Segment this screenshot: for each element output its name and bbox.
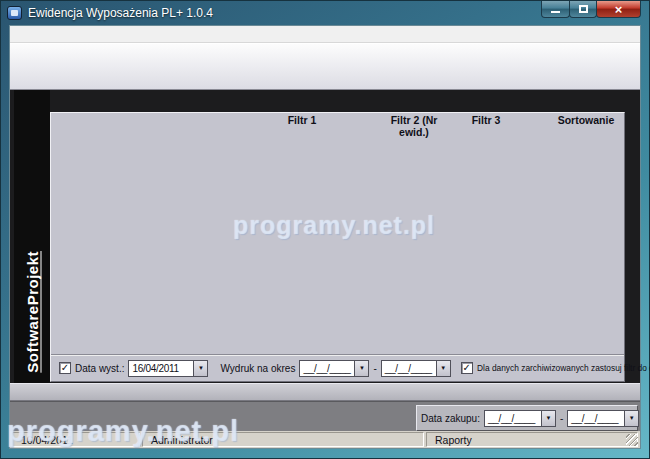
archive-filter-label: Dla danych zarchiwizowanych zastosuj fil… [477, 363, 650, 373]
page-footer-filters: ✓ Data wyst.: 16/04/2011 ▼ Wydruk na okr… [51, 354, 624, 381]
tab-strip [50, 95, 625, 112]
data-wyst-field[interactable]: 16/04/2011 ▼ [128, 360, 208, 377]
maximize-icon [579, 5, 588, 13]
chevron-down-icon[interactable]: ▼ [542, 410, 556, 427]
minimize-button[interactable] [541, 1, 570, 18]
brand-sidebar: SoftwareProjekt [14, 90, 50, 383]
chevron-down-icon[interactable]: ▼ [437, 360, 451, 377]
column-headers: Filtr 1 Filtr 2 (Nr ewid.) Filtr 3 Sorto… [51, 113, 624, 128]
status-user: Administrator [142, 432, 424, 447]
work-area: SoftwareProjekt Filtr 1 Filtr 2 (Nr ewid… [10, 90, 640, 431]
app-icon [7, 6, 22, 20]
window-controls: × [542, 1, 641, 18]
close-icon: × [615, 2, 623, 17]
data-wyst-checkbox[interactable]: ✓ [59, 362, 71, 374]
title-bar[interactable]: Ewidencja Wyposażenia PL+ 1.0.4 programy… [1, 1, 649, 25]
status-bar: 16/04/2011 Administrator Raporty [10, 431, 640, 448]
wydruk-to-field[interactable]: __/__/____ ▼ [381, 360, 451, 377]
wydruk-label: Wydruk na okres [220, 363, 295, 374]
chevron-down-icon[interactable]: ▼ [194, 360, 208, 377]
main-toolbar [10, 43, 640, 90]
brand-text: SoftwareProjekt [24, 251, 41, 373]
chevron-down-icon[interactable]: ▼ [355, 360, 369, 377]
column-header-filtr1: Filtr 1 [238, 114, 366, 126]
reports-tab-control: Filtr 1 Filtr 2 (Nr ewid.) Filtr 3 Sorto… [50, 95, 625, 382]
column-header-filtr2: Filtr 2 (Nr ewid.) [376, 114, 452, 138]
chevron-down-icon[interactable]: ▼ [625, 410, 639, 427]
data-zakupu-to-field[interactable]: __/__/____ ▼ [567, 410, 639, 427]
client-area: SoftwareProjekt Filtr 1 Filtr 2 (Nr ewid… [9, 25, 641, 449]
menu-bar [10, 26, 640, 43]
resize-grip[interactable] [626, 434, 638, 446]
data-zakupu-from-field[interactable]: __/__/____ ▼ [484, 410, 556, 427]
close-button[interactable]: × [596, 1, 641, 18]
data-zakupu-group: Data zakupu: __/__/____ ▼ - __/__/____ ▼ [416, 405, 638, 431]
maximize-button[interactable] [569, 1, 597, 18]
range-separator: - [560, 413, 563, 424]
data-wyst-label: Data wyst.: [75, 363, 124, 374]
window-title: Ewidencja Wyposażenia PL+ 1.0.4 [28, 6, 213, 20]
minimize-icon [551, 5, 560, 13]
status-date: 16/04/2011 [12, 432, 140, 447]
data-zakupu-label: Data zakupu: [421, 413, 480, 424]
lower-panel: Data zakupu: __/__/____ ▼ - __/__/____ ▼ [10, 401, 640, 431]
column-header-filtr3: Filtr 3 [445, 114, 527, 126]
status-module: Raporty [426, 432, 638, 447]
action-bar [10, 383, 640, 401]
column-header-sortowanie: Sortowanie [521, 114, 650, 126]
wydruk-from-field[interactable]: __/__/____ ▼ [299, 360, 369, 377]
app-window: Ewidencja Wyposażenia PL+ 1.0.4 programy… [0, 0, 650, 459]
report-rows [51, 128, 624, 354]
reports-page: Filtr 1 Filtr 2 (Nr ewid.) Filtr 3 Sorto… [50, 112, 625, 382]
range-separator: - [373, 363, 376, 374]
archive-filter-checkbox[interactable]: ✓ [461, 362, 473, 374]
